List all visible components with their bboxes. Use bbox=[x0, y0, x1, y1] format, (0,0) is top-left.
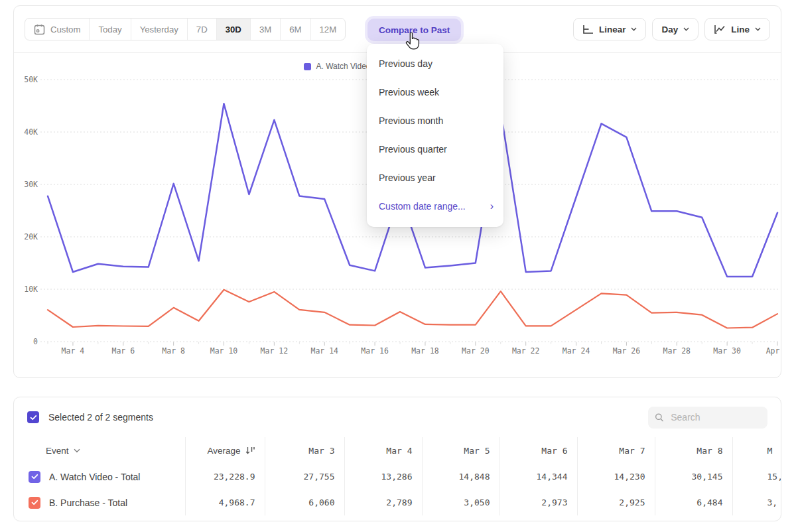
chevron-down-icon bbox=[683, 27, 689, 31]
segment-checkbox[interactable] bbox=[29, 471, 40, 483]
event-cell: A. Watch Video - Total bbox=[14, 464, 185, 490]
average-header-label: Average bbox=[207, 446, 240, 456]
chart-type-label: Line bbox=[731, 25, 750, 34]
svg-text:Mar 24: Mar 24 bbox=[563, 346, 590, 356]
value-cell: 2,925 bbox=[577, 490, 655, 515]
svg-text:30K: 30K bbox=[24, 180, 38, 189]
menu-item-previous-year[interactable]: Previous year bbox=[367, 163, 503, 192]
svg-text:Mar 18: Mar 18 bbox=[411, 346, 439, 356]
range-label: 12M bbox=[320, 25, 337, 34]
event-column-header[interactable]: Event bbox=[14, 437, 185, 464]
svg-text:50K: 50K bbox=[24, 75, 38, 84]
segments-table: EventAverageMar 3Mar 4Mar 5Mar 6Mar 7Mar… bbox=[14, 437, 781, 515]
date-column-header[interactable]: Mar 5 bbox=[422, 437, 499, 464]
chevron-down-icon bbox=[755, 27, 761, 31]
menu-item-custom-date-range[interactable]: Custom date range...› bbox=[367, 192, 503, 220]
value-cell: 6,060 bbox=[265, 490, 344, 515]
value-cell: 2,973 bbox=[499, 490, 577, 515]
chart-type-select-button[interactable]: Line bbox=[704, 18, 770, 40]
svg-text:Mar 22: Mar 22 bbox=[512, 346, 540, 356]
value-cell: 14,344 bbox=[499, 464, 577, 490]
value-cell: 14,230 bbox=[577, 464, 655, 490]
value-cell: 2,789 bbox=[344, 490, 422, 515]
value-cell: 30,145 bbox=[655, 464, 732, 490]
chevron-down-icon bbox=[631, 27, 637, 31]
scale-select-button[interactable]: Linear bbox=[573, 18, 647, 40]
search-box bbox=[648, 407, 767, 429]
table-row: B. Purchase - Total4,968.76,0602,7893,05… bbox=[14, 490, 781, 515]
search-icon bbox=[655, 412, 664, 423]
svg-text:Mar 16: Mar 16 bbox=[361, 346, 389, 356]
cursor-pointer-icon bbox=[405, 33, 420, 50]
linear-scale-icon bbox=[582, 25, 594, 34]
date-column-header[interactable]: Mar 6 bbox=[499, 437, 577, 464]
svg-text:Mar 4: Mar 4 bbox=[62, 346, 85, 356]
date-column-header[interactable]: Mar 8 bbox=[655, 437, 732, 464]
search-input[interactable] bbox=[669, 411, 761, 423]
value-cell: 6,484 bbox=[655, 490, 732, 515]
range-label: Custom bbox=[50, 25, 80, 34]
svg-text:40K: 40K bbox=[24, 127, 38, 137]
range-3m[interactable]: 3M bbox=[250, 19, 280, 40]
range-yesterday[interactable]: Yesterday bbox=[131, 19, 187, 40]
svg-text:Apr 1: Apr 1 bbox=[766, 346, 781, 356]
svg-text:Mar 14: Mar 14 bbox=[310, 346, 338, 356]
value-cell: 13,286 bbox=[344, 464, 422, 490]
range-30d[interactable]: 30D bbox=[216, 19, 250, 40]
range-label: 6M bbox=[289, 25, 301, 34]
event-cell: B. Purchase - Total bbox=[14, 490, 185, 515]
table-header-row: EventAverageMar 3Mar 4Mar 5Mar 6Mar 7Mar… bbox=[14, 437, 781, 464]
value-cell: 3, bbox=[732, 490, 781, 515]
custom-date-range-label: Custom date range... bbox=[379, 201, 466, 212]
segment-name: B. Purchase - Total bbox=[49, 498, 127, 508]
menu-item-previous-month[interactable]: Previous month bbox=[367, 106, 503, 135]
range-label: 30D bbox=[226, 25, 241, 34]
menu-item-previous-week[interactable]: Previous week bbox=[367, 78, 503, 106]
value-cell: 14,848 bbox=[422, 464, 499, 490]
svg-text:Mar 20: Mar 20 bbox=[462, 346, 490, 356]
toolbar-right-group: Linear Day Line bbox=[573, 18, 770, 40]
date-column-header[interactable]: M bbox=[732, 437, 781, 464]
svg-text:Mar 30: Mar 30 bbox=[713, 346, 741, 356]
average-column-header[interactable]: Average bbox=[185, 437, 265, 464]
select-all-checkbox[interactable] bbox=[27, 411, 39, 423]
range-label: 7D bbox=[196, 25, 208, 34]
date-column-header[interactable]: Mar 4 bbox=[344, 437, 422, 464]
range-label: Today bbox=[98, 25, 121, 34]
menu-item-previous-quarter[interactable]: Previous quarter bbox=[367, 135, 503, 163]
range-label: 3M bbox=[259, 25, 271, 34]
svg-text:Mar 12: Mar 12 bbox=[261, 346, 289, 356]
interval-select-button[interactable]: Day bbox=[652, 18, 698, 40]
svg-text:Mar 26: Mar 26 bbox=[613, 346, 641, 356]
date-column-header[interactable]: Mar 3 bbox=[265, 437, 344, 464]
range-7d[interactable]: 7D bbox=[187, 19, 216, 40]
value-cell: 27,755 bbox=[265, 464, 344, 490]
range-today[interactable]: Today bbox=[89, 19, 130, 40]
scale-label: Linear bbox=[599, 25, 626, 34]
value-cell: 3,050 bbox=[422, 490, 499, 515]
range-12m[interactable]: 12M bbox=[310, 19, 346, 40]
selected-summary: Selected 2 of 2 segments bbox=[48, 412, 153, 423]
average-value: 4,968.7 bbox=[185, 490, 265, 515]
segments-header: Selected 2 of 2 segments bbox=[14, 397, 781, 437]
range-custom[interactable]: Custom bbox=[25, 19, 89, 40]
svg-text:Mar 28: Mar 28 bbox=[663, 346, 691, 356]
line-chart-icon bbox=[714, 25, 726, 34]
compare-to-past-menu: Previous dayPrevious weekPrevious monthP… bbox=[367, 44, 503, 227]
date-range-control: CustomTodayYesterday7D30D3M6M12M bbox=[25, 18, 346, 40]
segment-name: A. Watch Video - Total bbox=[49, 472, 140, 482]
chevron-right-icon: › bbox=[490, 201, 494, 212]
svg-text:0: 0 bbox=[33, 337, 38, 346]
interval-label: Day bbox=[661, 25, 678, 34]
sort-descending-icon bbox=[245, 446, 255, 455]
range-6m[interactable]: 6M bbox=[280, 19, 310, 40]
check-icon bbox=[31, 474, 38, 480]
segment-checkbox[interactable] bbox=[29, 497, 40, 509]
menu-item-previous-day[interactable]: Previous day bbox=[367, 49, 503, 78]
svg-text:10K: 10K bbox=[24, 285, 38, 294]
date-column-header[interactable]: Mar 7 bbox=[577, 437, 655, 464]
analytics-page: { "toolbar": { "date_ranges": ["Custom",… bbox=[0, 0, 796, 532]
svg-text:Mar 6: Mar 6 bbox=[111, 346, 135, 356]
check-icon bbox=[30, 415, 37, 421]
svg-text:Mar 8: Mar 8 bbox=[162, 346, 185, 356]
